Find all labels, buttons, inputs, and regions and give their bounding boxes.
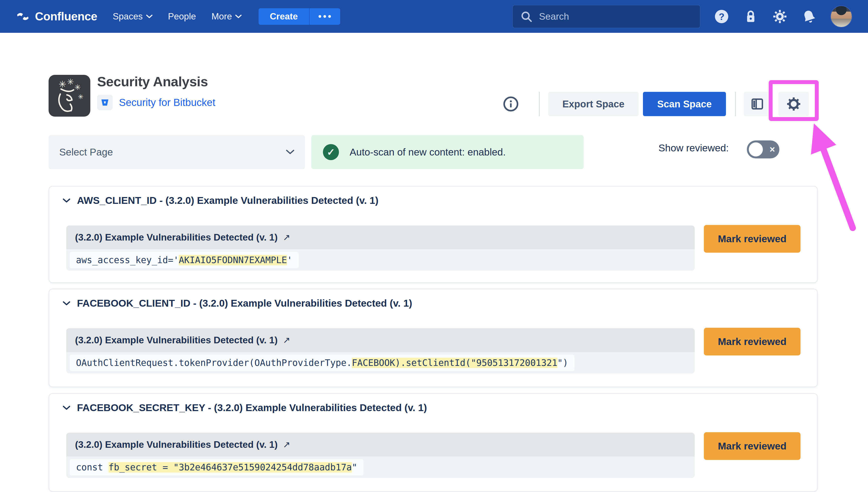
mark-reviewed-button[interactable]: Mark reviewed xyxy=(704,432,800,460)
nav-item-spaces[interactable]: Spaces xyxy=(113,11,152,22)
select-page-label: Select Page xyxy=(59,147,113,158)
space-settings-button[interactable] xyxy=(779,92,809,116)
svg-text:✳: ✳ xyxy=(58,79,66,90)
finding-page-link[interactable]: (3.2.0) Example Vulnerabilities Detected… xyxy=(75,439,278,450)
finding-page-bar: (3.2.0) Example Vulnerabilities Detected… xyxy=(66,433,695,457)
confluence-logo-icon xyxy=(16,9,30,24)
collapse-chevron-icon[interactable] xyxy=(63,198,70,203)
nav-right-section: ? xyxy=(512,5,852,28)
confluence-logo[interactable]: Confluence xyxy=(16,9,97,24)
code-snippet: const fb_secret = "3b2e464637e5159024254… xyxy=(70,459,364,475)
vulnerability-title: AWS_CLIENT_ID - (3.2.0) Example Vulnerab… xyxy=(77,195,378,206)
select-page-dropdown[interactable]: Select Page xyxy=(49,135,305,169)
nav-item-spaces-label: Spaces xyxy=(113,11,142,22)
code-snippet: OAuthClientRequest.tokenProvider(OAuthPr… xyxy=(70,355,575,371)
scan-space-button[interactable]: Scan Space xyxy=(643,92,726,116)
space-avatar[interactable]: ✳ ✳ ✳ ✳ xyxy=(49,75,90,117)
space-row: Security for Bitbucket xyxy=(97,95,215,110)
settings-gear-icon xyxy=(786,96,801,112)
code-row: OAuthClientRequest.tokenProvider(OAuthPr… xyxy=(66,352,695,373)
toggle-off-x-icon: × xyxy=(770,145,775,154)
create-button-group: Create xyxy=(259,8,340,25)
mark-reviewed-button[interactable]: Mark reviewed xyxy=(704,225,800,253)
check-circle-icon: ✓ xyxy=(323,144,339,160)
chevron-down-icon xyxy=(286,149,294,155)
search-box[interactable] xyxy=(512,5,701,28)
secret-highlight: AKIAIO5FODNN7EXAMPLE xyxy=(179,255,287,265)
divider xyxy=(735,92,736,116)
card-header: FACEBOOK_CLIENT_ID - (3.2.0) Example Vul… xyxy=(63,298,817,309)
show-reviewed-label: Show reviewed: xyxy=(658,142,729,154)
mark-reviewed-button[interactable]: Mark reviewed xyxy=(704,328,800,355)
vulnerability-card: AWS_CLIENT_ID - (3.2.0) Example Vulnerab… xyxy=(49,186,818,283)
code-snippet: aws_access_key_id='AKIAIO5FODNN7EXAMPLE' xyxy=(70,252,299,268)
vulnerability-card: FACEBOOK_SECRET_KEY - (3.2.0) Example Vu… xyxy=(49,393,818,492)
show-reviewed-toggle[interactable]: × xyxy=(747,141,780,158)
finding-page-bar: (3.2.0) Example Vulnerabilities Detected… xyxy=(66,225,695,249)
brand-name: Confluence xyxy=(35,10,97,23)
lock-icon[interactable] xyxy=(743,8,759,25)
nav-item-more[interactable]: More xyxy=(211,11,242,22)
space-link[interactable]: Security for Bitbucket xyxy=(119,97,215,108)
page-header: Security Analysis Security for Bitbucket xyxy=(97,74,215,110)
vulnerability-title: FACEBOOK_SECRET_KEY - (3.2.0) Example Vu… xyxy=(77,402,427,414)
notification-bell-icon[interactable] xyxy=(801,8,817,25)
finding-page-link[interactable]: (3.2.0) Example Vulnerabilities Detected… xyxy=(75,335,278,345)
chevron-down-icon xyxy=(146,15,153,19)
vulnerability-card: FACEBOOK_CLIENT_ID - (3.2.0) Example Vul… xyxy=(49,289,818,387)
space-avatar-art: ✳ ✳ ✳ ✳ xyxy=(49,75,90,117)
secret-highlight: FACEBOOK).setClientId("950513172001321 xyxy=(352,358,557,368)
code-row: const fb_secret = "3b2e464637e5159024254… xyxy=(66,457,695,478)
svg-text:✳: ✳ xyxy=(75,83,81,92)
external-link-icon[interactable]: ↗ xyxy=(283,232,290,243)
nav-item-more-label: More xyxy=(211,11,232,22)
sidebar-layout-icon xyxy=(751,97,764,111)
export-space-button[interactable]: Export Space xyxy=(548,92,638,116)
user-avatar[interactable] xyxy=(830,5,852,28)
finding-page-link[interactable]: (3.2.0) Example Vulnerabilities Detected… xyxy=(75,232,278,243)
page-title: Security Analysis xyxy=(97,74,215,90)
info-icon[interactable] xyxy=(503,96,519,112)
top-navigation-bar: Confluence Spaces People More Create xyxy=(0,0,868,33)
search-input[interactable] xyxy=(538,11,693,22)
finding-page-bar: (3.2.0) Example Vulnerabilities Detected… xyxy=(66,328,695,352)
bitbucket-icon xyxy=(100,98,109,107)
svg-text:✳: ✳ xyxy=(67,77,74,87)
code-row: aws_access_key_id='AKIAIO5FODNN7EXAMPLE' xyxy=(66,249,695,271)
more-options-icon[interactable] xyxy=(309,8,340,25)
svg-text:?: ? xyxy=(719,11,725,22)
vulnerability-title: FACEBOOK_CLIENT_ID - (3.2.0) Example Vul… xyxy=(77,298,412,309)
collapse-chevron-icon[interactable] xyxy=(63,405,70,410)
search-icon xyxy=(520,10,533,23)
secret-highlight: fb_secret = "3b2e464637e5159024254dd78aa… xyxy=(108,462,352,472)
svg-text:✳: ✳ xyxy=(78,93,83,101)
create-button[interactable]: Create xyxy=(259,8,309,25)
nav-item-people[interactable]: People xyxy=(168,11,196,22)
autoscan-status-text: Auto-scan of new content: enabled. xyxy=(350,147,506,158)
chevron-down-icon xyxy=(235,15,242,19)
collapse-chevron-icon[interactable] xyxy=(63,301,70,306)
card-header: FACEBOOK_SECRET_KEY - (3.2.0) Example Vu… xyxy=(63,402,817,414)
external-link-icon[interactable]: ↗ xyxy=(283,335,290,345)
divider xyxy=(539,92,540,116)
external-link-icon[interactable]: ↗ xyxy=(283,440,290,450)
help-icon[interactable]: ? xyxy=(714,8,730,25)
sidebar-layout-button[interactable] xyxy=(744,92,771,116)
autoscan-status-banner: ✓ Auto-scan of new content: enabled. xyxy=(311,135,584,169)
toggle-knob xyxy=(749,142,763,156)
bitbucket-badge xyxy=(97,95,113,110)
card-header: AWS_CLIENT_ID - (3.2.0) Example Vulnerab… xyxy=(63,195,817,206)
nav-menu: Spaces People More xyxy=(113,11,242,22)
nav-item-people-label: People xyxy=(168,11,196,22)
gear-icon[interactable] xyxy=(772,8,788,25)
